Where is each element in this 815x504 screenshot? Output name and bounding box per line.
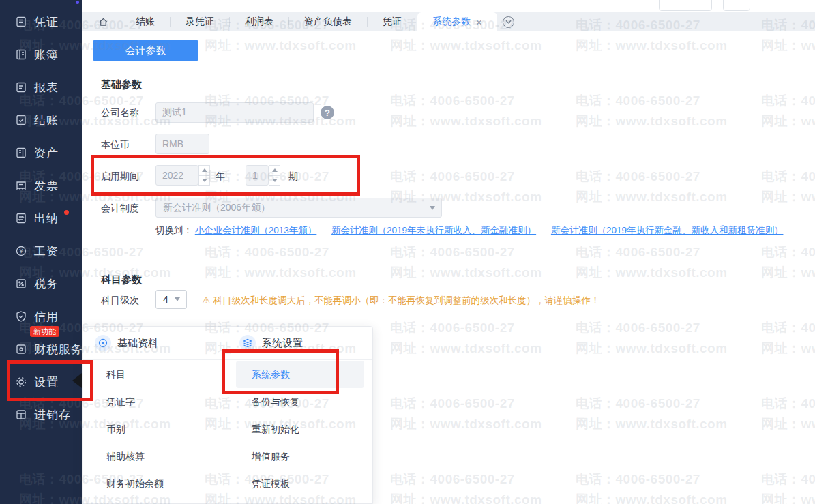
enable-year-input[interactable] — [155, 165, 198, 186]
base-currency-label: 本位币 — [101, 139, 130, 151]
select-caret-icon — [175, 297, 180, 301]
close-tab-icon[interactable]: × — [476, 17, 482, 27]
switch-to-label: 切换到： — [155, 225, 192, 235]
salary-icon: ¥ — [15, 245, 27, 257]
year-unit-label: 年 — [216, 171, 225, 183]
sidebar-item-label: 信用 — [34, 309, 59, 325]
period-spin-down-button[interactable] — [269, 176, 280, 186]
cutoff-toolbar-button-2[interactable] — [723, 0, 750, 11]
menu-item-system-params[interactable]: 系统参数 — [252, 366, 290, 383]
menu-item-voucher-word[interactable]: 凭证字 — [106, 394, 135, 410]
inventory-icon — [15, 409, 27, 421]
sidebar-item-report[interactable]: 报表 — [0, 71, 82, 104]
switch-to-row: 切换到： 小企业会计准则（2013年颁） 新会计准则（2019年未执行新收入、新… — [155, 224, 795, 237]
year-spin-up-button[interactable] — [198, 165, 210, 176]
sidebar-item-tax[interactable]: 税务 — [0, 267, 82, 300]
sidebar-item-invoice[interactable]: 发票 — [0, 169, 82, 202]
sidebar-notification-dot — [76, 1, 79, 4]
help-icon[interactable]: ? — [321, 106, 334, 119]
menu-item-subjects[interactable]: 科目 — [106, 366, 125, 383]
sidebar-item-label: 报表 — [34, 80, 59, 95]
enable-period-input[interactable] — [246, 165, 269, 186]
accounting-params-tab-button[interactable]: 会计参数 — [93, 40, 198, 61]
sidebar-item-salary[interactable]: ¥ 工资 — [0, 235, 82, 267]
finance-tax-service-icon — [15, 343, 27, 355]
tab-system-params-active[interactable]: 系统参数 × — [417, 12, 497, 31]
popup-divider — [83, 359, 372, 360]
sidebar-item-cashier[interactable]: 出纳 — [0, 202, 82, 235]
warning-icon: ⚠ — [202, 295, 211, 306]
sidebar-item-ledger[interactable]: 账簿 — [0, 38, 82, 71]
system-settings-icon — [239, 335, 256, 351]
cutoff-toolbar-button[interactable] — [659, 0, 712, 11]
active-tab-label: 系统参数 — [432, 16, 471, 28]
menu-item-currency[interactable]: 币别 — [106, 421, 125, 437]
switch-link-new-standard-2019-a[interactable]: 新会计准则（2019年未执行新收入、新金融准则） — [331, 225, 536, 235]
tab-closing[interactable]: 结账 — [121, 12, 170, 31]
voucher-icon — [15, 16, 27, 28]
tab-income-statement[interactable]: 利润表 — [230, 12, 288, 31]
sidebar-item-inventory[interactable]: 进销存 — [0, 398, 82, 431]
home-icon — [98, 17, 108, 27]
sidebar-item-label: 凭证 — [34, 14, 59, 30]
subject-level-value: 4 — [163, 294, 168, 305]
switch-link-small-enterprise-2013[interactable]: 小企业会计准则（2013年颁） — [195, 225, 317, 235]
year-spin-down-button[interactable] — [198, 176, 210, 186]
tab-voucher[interactable]: 凭证 — [368, 12, 417, 31]
company-name-label: 公司名称 — [101, 107, 139, 119]
tab-balance-sheet[interactable]: 资产负债表 — [289, 12, 367, 31]
tab-voucher-entry[interactable]: 录凭证 — [171, 12, 229, 31]
assets-icon — [15, 147, 27, 159]
chevron-down-icon — [505, 20, 512, 24]
accounting-standard-value: 新会计准则（2006年颁） — [163, 202, 270, 214]
cashier-icon — [15, 212, 27, 224]
sidebar-item-closing[interactable]: 结账 — [0, 104, 82, 136]
menu-item-backup-restore[interactable]: 备份与恢复 — [252, 394, 299, 410]
menu-item-initial-balance[interactable]: 财务初始余额 — [106, 475, 164, 492]
menu-item-voucher-template[interactable]: 凭证模板 — [252, 475, 290, 492]
switch-link-new-standard-2019-b[interactable]: 新会计准则（2019年执行新金融、新收入和新租赁准则） — [551, 225, 784, 235]
sidebar-item-voucher[interactable]: 凭证 — [0, 5, 82, 38]
sidebar-item-settings[interactable]: 设置 — [0, 366, 82, 398]
menu-item-value-added-services[interactable]: 增值服务 — [252, 448, 290, 464]
report-icon — [15, 81, 27, 93]
top-strip — [0, 0, 815, 12]
base-currency-input[interactable] — [155, 134, 209, 154]
subject-level-label: 科目级次 — [101, 295, 139, 307]
sidebar-item-assets[interactable]: 资产 — [0, 136, 82, 169]
settings-flyout-arrow — [72, 373, 82, 388]
basic-params-section-title: 基础参数 — [101, 78, 142, 91]
sidebar-item-label: 出纳 — [34, 211, 59, 226]
sidebar-item-finance-tax-service[interactable]: 新功能 财税服务 — [0, 333, 82, 366]
sidebar-item-label: 设置 — [34, 374, 59, 390]
subject-level-warning: ⚠科目级次和长度调大后，不能再调小（即：不能再恢复到调整前的级次和长度），请谨慎… — [202, 295, 600, 307]
menu-item-auxiliary-accounting[interactable]: 辅助核算 — [106, 448, 145, 464]
year-spinner — [198, 165, 210, 186]
select-caret-icon — [430, 206, 435, 210]
accounting-standard-select[interactable]: 新会计准则（2006年颁） — [155, 198, 442, 218]
system-settings-group-header: 系统设置 — [239, 335, 303, 351]
enable-period-label: 启用期间 — [101, 171, 139, 183]
sidebar-item-label: 账簿 — [34, 47, 59, 63]
sidebar-item-label: 税务 — [34, 276, 59, 292]
accounting-standard-label: 会计制度 — [101, 203, 139, 215]
settings-flyout-menu: 基础资料 系统设置 科目 凭证字 币别 辅助核算 财务初始余额 系统参数 备份与… — [83, 326, 373, 504]
home-tab-button[interactable] — [98, 17, 108, 27]
company-name-input[interactable] — [155, 102, 314, 123]
sidebar-item-label: 资产 — [34, 145, 59, 161]
tab-bar: 结账 录凭证 利润表 资产负债表 凭证 系统参数 × — [82, 12, 815, 31]
new-feature-badge: 新功能 — [30, 326, 59, 337]
svg-text:¥: ¥ — [18, 248, 23, 254]
menu-item-reinitialize[interactable]: 重新初始化 — [252, 421, 299, 437]
warning-text: 科目级次和长度调大后，不能再调小（即：不能再恢复到调整前的级次和长度），请谨慎操… — [213, 295, 600, 306]
basic-data-icon — [95, 335, 111, 351]
period-spin-up-button[interactable] — [269, 165, 280, 176]
tab-overflow-button[interactable] — [503, 16, 514, 28]
subject-level-select[interactable]: 4 — [155, 290, 187, 309]
cashier-notification-dot — [64, 210, 69, 215]
system-settings-title: 系统设置 — [262, 337, 303, 350]
basic-data-group-header: 基础资料 — [95, 335, 158, 351]
period-unit-label: 期 — [288, 171, 298, 183]
settings-gear-icon — [15, 376, 27, 388]
subject-params-section-title: 科目参数 — [101, 273, 142, 286]
